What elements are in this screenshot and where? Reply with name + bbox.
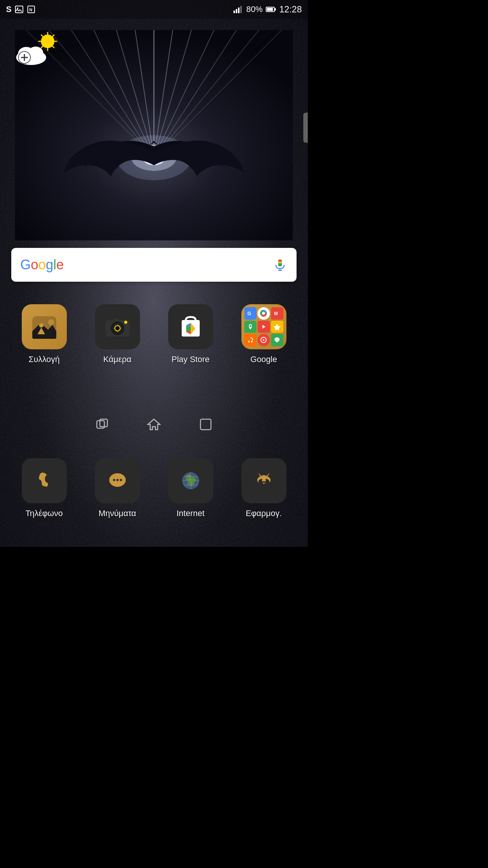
svg-point-56 bbox=[115, 326, 120, 331]
back-button[interactable] bbox=[199, 418, 212, 431]
svg-point-62 bbox=[124, 321, 127, 324]
playstore-icon bbox=[168, 304, 213, 349]
svg-point-82 bbox=[116, 479, 119, 481]
svg-rect-71 bbox=[251, 341, 253, 343]
weather-svg bbox=[13, 32, 62, 66]
messages-label: Μηνύματα bbox=[98, 509, 136, 518]
signal-icon bbox=[233, 6, 243, 13]
svg-rect-77 bbox=[200, 419, 211, 430]
app-item-gallery[interactable]: Συλλογή bbox=[11, 304, 77, 364]
svg-text:M: M bbox=[274, 311, 278, 316]
gallery-label: Συλλογή bbox=[29, 355, 60, 364]
svg-rect-26 bbox=[274, 8, 276, 11]
google-folder-icon: G M bbox=[241, 304, 286, 349]
playstore-label: Play Store bbox=[172, 355, 210, 364]
svg-line-36 bbox=[41, 46, 43, 48]
svg-rect-47 bbox=[278, 261, 282, 263]
svg-line-34 bbox=[52, 46, 54, 48]
internet-icon bbox=[168, 458, 213, 503]
weather-cloud bbox=[13, 32, 62, 66]
onenote-icon: N bbox=[27, 5, 36, 14]
phone-icon bbox=[22, 458, 67, 503]
dock-item-apps[interactable]: Εφαρμογ. bbox=[231, 458, 297, 518]
svg-point-51 bbox=[48, 319, 54, 325]
dock-item-phone[interactable]: Τηλέφωνο bbox=[11, 458, 77, 518]
google-folder-label: Google bbox=[250, 355, 277, 364]
svg-rect-48 bbox=[278, 263, 282, 266]
battery-percent: 80% bbox=[246, 5, 263, 14]
svg-point-73 bbox=[263, 339, 264, 341]
svg-rect-61 bbox=[113, 319, 118, 322]
dock: Τηλέφωνο Μηνύματα bbox=[0, 451, 308, 526]
svg-point-74 bbox=[274, 337, 280, 342]
svg-point-68 bbox=[249, 325, 251, 327]
svg-text:G: G bbox=[247, 311, 251, 316]
apps-icon bbox=[241, 458, 286, 503]
internet-label: Internet bbox=[176, 509, 205, 518]
weather-widget[interactable] bbox=[8, 26, 68, 71]
nav-bar bbox=[0, 409, 308, 439]
svg-rect-21 bbox=[233, 11, 235, 13]
dock-item-internet[interactable]: Internet bbox=[158, 458, 223, 518]
svg-point-81 bbox=[113, 479, 115, 481]
phone-label: Τηλέφωνο bbox=[26, 509, 63, 518]
svg-rect-22 bbox=[236, 9, 237, 13]
scroll-indicator[interactable] bbox=[303, 113, 308, 143]
svg-point-86 bbox=[186, 474, 192, 482]
status-bar: S N 80% bbox=[0, 0, 308, 19]
recent-apps-button[interactable] bbox=[95, 418, 109, 431]
apps-label: Εφαρμογ. bbox=[246, 509, 282, 518]
svg-point-66 bbox=[262, 312, 265, 315]
svg-rect-46 bbox=[278, 260, 282, 261]
gallery-icon bbox=[22, 304, 67, 349]
svg-line-35 bbox=[52, 35, 54, 37]
google-logo: Google bbox=[20, 257, 64, 273]
status-right-info: 80% 12:28 bbox=[233, 4, 302, 15]
app-item-playstore[interactable]: Play Store bbox=[158, 304, 223, 364]
svg-rect-70 bbox=[248, 341, 250, 343]
image-icon bbox=[15, 5, 24, 14]
google-search-bar[interactable]: Google bbox=[11, 248, 297, 282]
app-grid: Συλλογή bbox=[0, 297, 308, 372]
camera-icon bbox=[95, 304, 140, 349]
dock-item-messages[interactable]: Μηνύματα bbox=[84, 458, 150, 518]
svg-line-33 bbox=[41, 35, 43, 37]
svg-point-83 bbox=[120, 479, 122, 481]
home-button[interactable] bbox=[146, 418, 161, 431]
svg-rect-23 bbox=[238, 8, 239, 13]
battery-icon bbox=[266, 6, 276, 13]
messages-icon bbox=[95, 458, 140, 503]
samsung-s-icon: S bbox=[6, 5, 12, 14]
svg-point-88 bbox=[187, 481, 194, 486]
svg-point-50 bbox=[39, 323, 44, 328]
svg-marker-69 bbox=[273, 324, 281, 331]
app-item-camera[interactable]: Κάμερα bbox=[84, 304, 150, 364]
svg-text:N: N bbox=[29, 8, 32, 12]
app-item-google-folder[interactable]: G M bbox=[231, 304, 297, 364]
status-left-icons: S N bbox=[6, 5, 36, 14]
time-display: 12:28 bbox=[279, 4, 302, 15]
svg-rect-24 bbox=[240, 6, 242, 13]
svg-point-18 bbox=[17, 8, 18, 9]
mic-icon[interactable] bbox=[273, 257, 288, 272]
svg-rect-27 bbox=[267, 8, 273, 11]
camera-label: Κάμερα bbox=[103, 355, 131, 364]
svg-rect-17 bbox=[15, 6, 23, 13]
